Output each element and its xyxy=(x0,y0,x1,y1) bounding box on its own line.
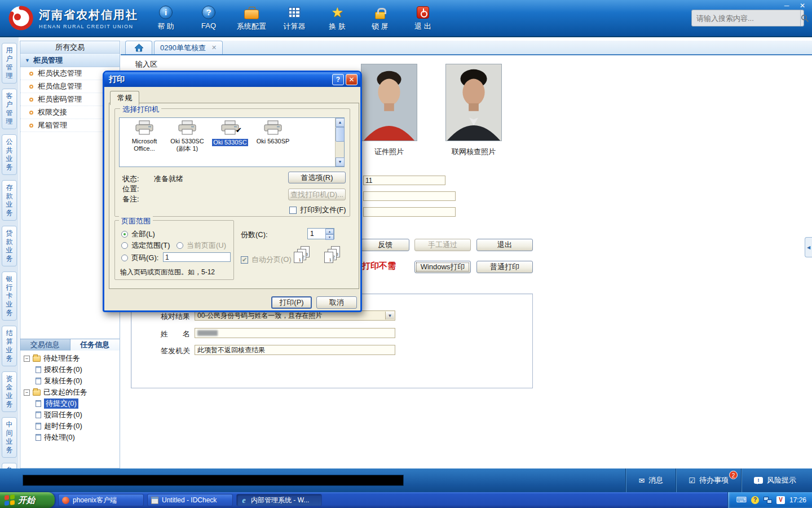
module-tab-public-business[interactable]: 公共业务 xyxy=(2,134,17,175)
status-value: 准备就绪 xyxy=(154,174,183,184)
checkbox-checked-icon[interactable]: ✔ xyxy=(241,256,248,264)
tree-node-auth-tasks[interactable]: 授权任务(0) xyxy=(24,364,120,375)
dialog-close-button[interactable]: ✕ xyxy=(346,74,358,85)
keyboard-icon[interactable]: ⌨ xyxy=(736,496,747,504)
copies-label: 份数(C): xyxy=(241,230,268,240)
toolbar-skin[interactable]: ★ 换 肤 xyxy=(319,4,355,32)
tab-0290-check[interactable]: 0290单笔核查 ✕ xyxy=(154,41,223,54)
tree-node-to-process[interactable]: 待处理(0) xyxy=(24,432,120,443)
stepper-down-icon[interactable]: ▼ xyxy=(325,234,334,240)
partial-field-2[interactable] xyxy=(363,191,456,201)
module-tab-strip: 用户管理 客户管理 公共业务 存款业务 贷款业务 银行卡业务 结算业务 资金业务… xyxy=(0,37,19,468)
range-pages-radio[interactable]: 页码(G): xyxy=(121,253,158,263)
pages-input[interactable] xyxy=(163,252,231,262)
tab-trade-info[interactable]: 交易信息 xyxy=(20,339,70,351)
collate-checkbox[interactable]: ✔ 自动分页(O) xyxy=(241,255,292,265)
toolbar-lock-screen[interactable]: 锁 屏 xyxy=(362,4,398,32)
print-confirm-button[interactable]: 打印(P) xyxy=(271,296,312,309)
close-button[interactable]: ✕ xyxy=(797,2,807,10)
module-tab-funds[interactable]: 资金业务 xyxy=(2,371,17,412)
search-icon[interactable] xyxy=(800,10,809,26)
logo-icon xyxy=(8,5,34,31)
manual-pass-button[interactable]: 手工通过 xyxy=(414,239,471,251)
messages-button[interactable]: ✉ 消息 xyxy=(626,468,676,492)
toolbar-faq[interactable]: ? FAQ xyxy=(191,4,227,32)
radio-icon[interactable] xyxy=(121,255,128,261)
range-all-radio[interactable]: 全部(L) xyxy=(121,229,155,239)
find-printer-button[interactable]: 查找打印机(D)... xyxy=(288,189,346,200)
name-field[interactable] xyxy=(195,328,395,338)
preferences-button[interactable]: 首选项(R) xyxy=(288,172,346,183)
chevron-down-icon[interactable]: ▼ xyxy=(385,312,394,319)
partial-field-1[interactable] xyxy=(363,176,445,185)
todo-button[interactable]: ☑ 待办事项 2 xyxy=(676,468,741,492)
minimize-button[interactable]: ─ xyxy=(782,2,792,10)
module-tab-intermediate[interactable]: 中间业务 xyxy=(2,417,17,458)
scroll-down-icon[interactable]: ▼ xyxy=(336,157,345,167)
module-tab-user-mgmt[interactable]: 用户管理 xyxy=(2,43,17,84)
printer-list-scrollbar[interactable]: ▲ ▼ xyxy=(335,118,344,167)
start-button[interactable]: 开始 xyxy=(0,492,55,508)
module-tab-loan[interactable]: 贷款业务 xyxy=(2,226,17,266)
scrollbar-thumb[interactable] xyxy=(336,127,345,142)
tree-node-timeout-tasks[interactable]: 超时任务(0) xyxy=(24,421,120,432)
tree-node-review-tasks[interactable]: 复核任务(0) xyxy=(24,375,120,387)
radio-icon[interactable] xyxy=(121,242,128,249)
printer-item-oki5330sc-selected[interactable]: ✔ Oki 5330SC xyxy=(209,120,251,167)
risk-label: 风险提示 xyxy=(767,475,796,485)
issuer-field[interactable]: 此项暂不返回核查结果 xyxy=(195,345,395,355)
module-tab-customer-mgmt[interactable]: 客户管理 xyxy=(2,89,17,129)
panel-collapse-arrow[interactable]: ◀ xyxy=(805,237,812,257)
exit-button[interactable]: 退出 xyxy=(476,239,533,251)
partial-field-3[interactable] xyxy=(363,207,456,217)
collapse-expander-icon[interactable]: − xyxy=(24,356,30,362)
normal-print-button[interactable]: 普通打印 xyxy=(476,261,533,273)
taskbar-item-phoenix[interactable]: phoenix客户端 xyxy=(58,494,144,506)
tab-task-info[interactable]: 任务信息 xyxy=(70,339,120,351)
stepper-up-icon[interactable]: ▲ xyxy=(325,229,334,234)
printer-item-oki5630sp[interactable]: Oki 5630SP xyxy=(251,120,294,167)
scroll-up-icon[interactable]: ▲ xyxy=(336,118,345,127)
tree-node-rejected-tasks[interactable]: 驳回任务(0) xyxy=(24,409,120,421)
default-printer-check-icon: ✔ xyxy=(236,126,242,134)
tab-home[interactable] xyxy=(125,41,152,54)
checkbox-icon[interactable] xyxy=(289,207,297,214)
search-input[interactable] xyxy=(692,14,800,23)
ime-icon[interactable]: V xyxy=(776,496,785,504)
tree-node-initiated-root[interactable]: − 已发起的任务 xyxy=(24,387,120,398)
tab-general[interactable]: 常规 xyxy=(110,91,139,105)
toolbar-help[interactable]: i 帮 助 xyxy=(148,4,184,32)
tree-node-pending-root[interactable]: − 待处理任务 xyxy=(24,353,120,364)
module-tab-bankcard[interactable]: 银行卡业务 xyxy=(2,271,17,321)
tree-node-to-submit[interactable]: 待提交(0) xyxy=(24,398,120,409)
printer-item-microsoft[interactable]: Microsoft Office... xyxy=(123,120,166,167)
tab-close-icon[interactable]: ✕ xyxy=(211,44,217,51)
help-tray-icon[interactable]: ? xyxy=(751,496,759,504)
toolbar-system-config[interactable]: 系统配置 xyxy=(233,4,270,32)
radio-icon[interactable] xyxy=(176,242,183,249)
print-dialog-titlebar[interactable]: 打印 ? ✕ xyxy=(104,72,360,87)
taskbar-item-idcheck[interactable]: Untitled - IDCheck xyxy=(147,494,233,506)
dialog-help-button[interactable]: ? xyxy=(332,74,344,85)
nav-group-teller-mgmt[interactable]: ▼ 柜员管理 xyxy=(20,54,120,67)
screen: ─ ✕ 河南省农村信用社 HENAN RURAL CREDIT UNION i … xyxy=(0,0,812,508)
toolbar-exit[interactable]: 退 出 xyxy=(405,4,441,32)
copies-input[interactable] xyxy=(308,229,325,239)
print-cancel-button[interactable]: 取消 xyxy=(316,296,357,309)
collapse-expander-icon[interactable]: − xyxy=(24,389,30,396)
feedback-button[interactable]: 反馈 xyxy=(361,239,409,251)
printer-item-oki5330sc-copy1[interactable]: Oki 5330SC (副本 1) xyxy=(166,120,209,167)
taskbar-item-internal-system[interactable]: e 内部管理系统 - W... xyxy=(236,494,322,506)
risk-tips-button[interactable]: ! 风险提示 xyxy=(742,468,809,492)
range-selection-radio[interactable]: 选定范围(T) xyxy=(121,240,170,251)
radio-selected-icon[interactable] xyxy=(121,231,128,238)
range-current-radio[interactable]: 当前页面(U) xyxy=(176,240,226,251)
print-to-file-checkbox[interactable]: 打印到文件(F) xyxy=(289,205,346,215)
windows-print-button[interactable]: Windows打印 xyxy=(414,261,471,273)
network-icon[interactable] xyxy=(764,497,772,503)
envelope-icon: ✉ xyxy=(638,476,645,485)
toolbar-calculator[interactable]: 计算器 xyxy=(276,4,312,32)
speech-bubble-icon: ! xyxy=(754,477,763,484)
module-tab-deposit[interactable]: 存款业务 xyxy=(2,180,17,221)
module-tab-settlement[interactable]: 结算业务 xyxy=(2,326,17,366)
